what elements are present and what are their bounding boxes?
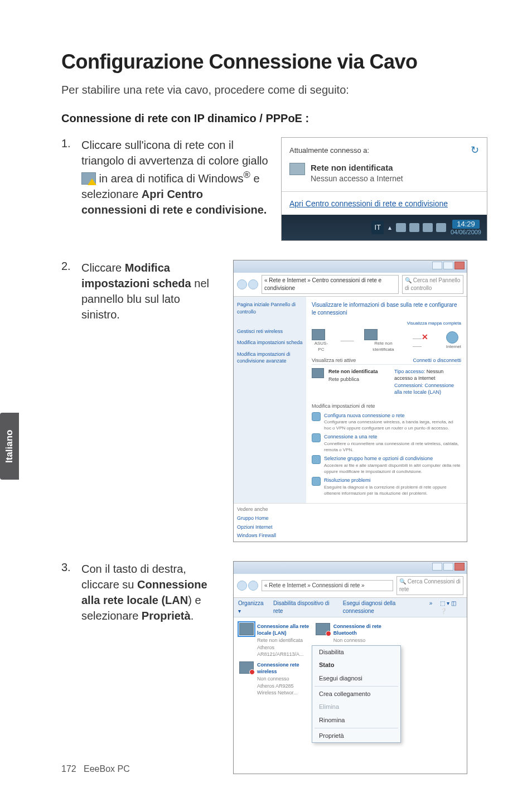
wifi-icon (239, 661, 254, 674)
connections-label: Connessioni: (394, 383, 423, 388)
window-min-icon[interactable] (432, 563, 442, 571)
taskbar-clock[interactable]: 14:29 04/06/2009 (451, 220, 481, 235)
cmd-diagnose[interactable]: Esegui diagnosi della connessione (343, 600, 422, 615)
menu-rename[interactable]: Rinomina (312, 714, 400, 727)
nav-back-icon[interactable] (237, 581, 247, 591)
task-troubleshoot[interactable]: Risoluzione problemiEseguire la diagnosi… (312, 477, 461, 496)
tray-icon-3[interactable] (423, 223, 433, 232)
screenshot-tray-popup: Attualmente connesso a: ↻ Rete non ident… (281, 137, 487, 241)
task-title: Connessione a una rete (324, 433, 461, 441)
wifi-status: Non connesso (257, 675, 312, 683)
lan-name: Connessione alla rete locale (LAN) (257, 623, 312, 637)
task-new-connection[interactable]: Configura nuova connessione o reteConfig… (312, 412, 461, 432)
step-1-text: Cliccare sull'icona di rete con il trian… (81, 137, 269, 218)
search-box[interactable]: 🔍 Cerca Connessioni di rete (396, 576, 463, 595)
sidebar-home[interactable]: Pagina iniziale Pannello di controllo (237, 301, 303, 315)
nav-fwd-icon[interactable] (248, 279, 258, 289)
s3-bold2: Proprietà (142, 610, 191, 622)
popup-header: Attualmente connesso a: (289, 146, 369, 156)
change-settings-heading: Modifica impostazioni di rete (312, 403, 461, 410)
command-bar: Organizza ▾ Disabilita dispositivo di re… (234, 598, 467, 617)
task-icon (312, 477, 321, 486)
search-placeholder: Cerca nel Pannello di controllo (405, 277, 460, 291)
search-placeholder: Cerca Connessioni di rete (399, 578, 461, 592)
menu-separator (315, 686, 398, 687)
step-3-number: 3. (61, 561, 81, 574)
cmd-more[interactable]: » (429, 600, 433, 615)
menu-status[interactable]: Stato (312, 659, 400, 671)
task-title: Selezione gruppo home e opzioni di condi… (324, 455, 461, 462)
address-bar[interactable]: « Rete e Internet » Connessioni di rete … (262, 580, 393, 591)
window-titlebar (234, 260, 467, 273)
search-box[interactable]: 🔍 Cerca nel Pannello di controllo (402, 275, 463, 294)
wifi-name: Connessione rete wireless (257, 661, 312, 675)
connections-canvas: Connessione alla rete locale (LAN)Rete n… (234, 617, 467, 774)
step-1: 1. Cliccare sull'icona di rete con il tr… (61, 137, 487, 241)
window-max-icon[interactable] (443, 563, 453, 571)
address-bar[interactable]: « Rete e Internet » Centro connessioni d… (262, 275, 399, 294)
access-type-label: Tipo accesso: (394, 369, 425, 374)
view-full-map-link[interactable]: Visualizza mappa completa (312, 320, 461, 326)
map-pc-icon (312, 329, 325, 340)
task-connect-network[interactable]: Connessione a una reteConnettere o ricon… (312, 433, 461, 453)
window-min-icon[interactable] (432, 262, 442, 269)
disabled-overlay-icon (326, 631, 331, 636)
task-title: Risoluzione problemi (324, 477, 461, 484)
lan-status: Rete non identificata (257, 637, 312, 644)
step-2-text: Cliccare Modifica impostazioni scheda ne… (81, 260, 221, 322)
menu-properties[interactable]: Proprietà (312, 729, 400, 742)
open-network-center-link[interactable]: Apri Centro connessioni di rete e condiv… (282, 193, 487, 215)
connect-disconnect-link[interactable]: Connetti o disconnetti (413, 357, 461, 364)
step-2-number: 2. (61, 260, 81, 273)
step-2: 2. Cliccare Modifica impostazioni scheda… (61, 260, 487, 542)
sidebar-adapter-settings[interactable]: Modifica impostazioni scheda (237, 339, 303, 346)
foot-homegroup[interactable]: Gruppo Home (237, 515, 463, 522)
network-status: Nessun accesso a Internet (311, 173, 403, 185)
connection-lan[interactable]: Connessione alla rete locale (LAN)Rete n… (239, 623, 312, 658)
foot-internet-options[interactable]: Opzioni Internet (237, 524, 463, 531)
task-homegroup[interactable]: Selezione gruppo home e opzioni di condi… (312, 455, 461, 475)
bt-status: Non connesso (333, 637, 388, 644)
network-tray-icon (81, 172, 96, 185)
foot-firewall[interactable]: Windows Firewall (237, 532, 463, 539)
task-icon (312, 433, 321, 442)
network-name: Rete non identificata (311, 162, 403, 173)
nav-fwd-icon[interactable] (248, 581, 258, 591)
window-max-icon[interactable] (443, 262, 453, 269)
tray-icon-1[interactable] (396, 223, 406, 232)
window-close-icon[interactable] (454, 563, 465, 571)
menu-separator (315, 728, 398, 728)
wifi-device: Atheros AR9285 Wireless Networ... (257, 683, 312, 697)
refresh-icon[interactable]: ↻ (471, 143, 479, 157)
cmd-organize[interactable]: Organizza ▾ (238, 600, 265, 615)
page-footer: 172 EeeBox PC (61, 764, 130, 774)
map-internet-icon (446, 331, 458, 344)
menu-disable[interactable]: Disabilita (312, 646, 400, 659)
network-icon (289, 163, 305, 175)
sidebar-sharing-advanced[interactable]: Modifica impostazioni di condivisione av… (237, 351, 303, 365)
sidebar: Pagina iniziale Pannello di controllo Ge… (234, 297, 306, 503)
window-close-icon[interactable] (454, 262, 465, 269)
cmd-disable[interactable]: Disabilita dispositivo di rete (273, 600, 335, 615)
active-networks-label: Visualizza reti attive Connetti o discon… (312, 357, 461, 364)
sidebar-wireless[interactable]: Gestisci reti wireless (237, 328, 303, 335)
tray-volume-icon[interactable] (436, 223, 446, 232)
clock-time: 14:29 (452, 220, 480, 229)
tray-icon-2[interactable] (409, 223, 419, 232)
menu-shortcut[interactable]: Crea collegamento (312, 688, 400, 700)
step-3-text: Con il tasto di destra, cliccare su Conn… (81, 561, 221, 624)
map-disconnect-icon: ✕ (422, 332, 428, 341)
task-desc: Configurare una connessione wireless, a … (324, 419, 461, 431)
bt-name: Connessione di rete Bluetooth (333, 623, 388, 637)
connection-wireless[interactable]: Connessione rete wirelessNon connessoAth… (239, 661, 312, 697)
disabled-overlay-icon (249, 669, 255, 675)
active-net-type: Rete pubblica (328, 376, 390, 383)
taskbar-chevron[interactable]: ▴ (388, 223, 391, 233)
nav-back-icon[interactable] (237, 279, 247, 289)
s3-part-c: . (191, 610, 194, 622)
step-3: 3. Con il tasto di destra, cliccare su C… (61, 561, 487, 774)
language-indicator[interactable]: IT (371, 221, 384, 234)
language-sidetab: Italiano (0, 413, 19, 480)
lan-device: Atheros AR8121/AR8113/A... (257, 644, 312, 658)
menu-diagnose[interactable]: Esegui diagnosi (312, 672, 400, 685)
